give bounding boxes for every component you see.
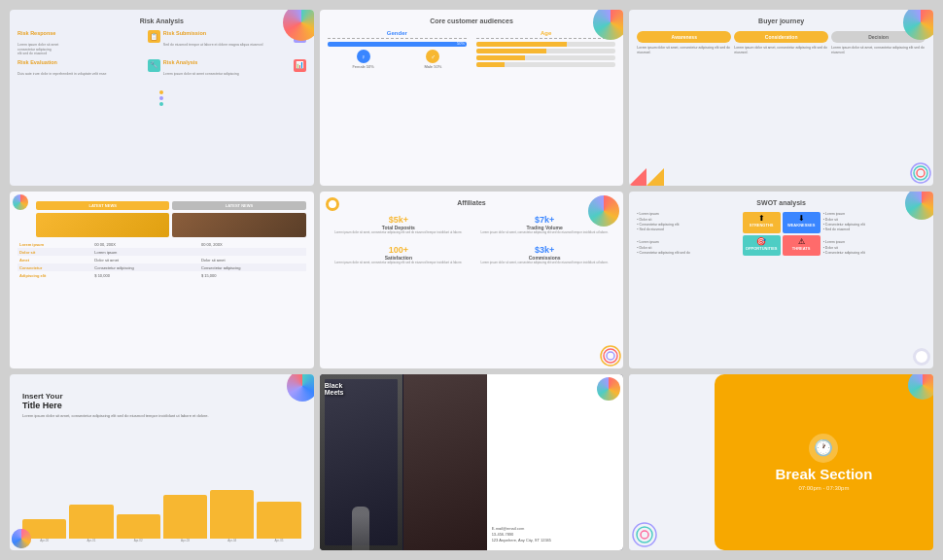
swot-layout: • Lorem ipsum• Dolor sit• Consectetur ad… xyxy=(637,212,926,256)
swot-left-text: • Lorem ipsum• Dolor sit• Consectetur ad… xyxy=(637,212,739,232)
svg-point-4 xyxy=(604,349,617,363)
age-bar-3 xyxy=(476,55,615,60)
gender-title: Gender xyxy=(328,30,467,39)
deco-circle-tr-break xyxy=(908,374,933,400)
deco-circle-tl xyxy=(326,197,339,211)
swot-opportunities: 🎯 OPPORTUNITIES xyxy=(743,235,781,256)
chart-title-line1: Insert Your xyxy=(22,392,306,402)
swot-grid: ⬆ STRENGTHS ⬇ WEAKNESSES 🎯 OPPORTUNITIES… xyxy=(743,212,821,256)
bar-6 xyxy=(257,502,300,539)
risk-items-container: Risk Response 📋 Lorem ipsum dolor sit am… xyxy=(17,30,306,76)
slide-grid: Risk Analysis Risk Response 📋 Lorem ipsu… xyxy=(0,0,943,560)
deco-bottom-left xyxy=(12,529,31,548)
weaknesses-icon: ⬇ xyxy=(785,214,819,223)
break-left-panel xyxy=(629,374,726,550)
photo-panels xyxy=(320,374,487,550)
rings-svg-br xyxy=(600,345,621,367)
swot-threats: ⚠ THREATS xyxy=(783,235,821,256)
age-bar-fill-2 xyxy=(476,49,546,53)
break-title: Break Section xyxy=(775,467,872,483)
male-icon-item: ♂ Male 50% xyxy=(424,50,441,69)
step-awareness: Awareness xyxy=(637,31,731,43)
center-connector xyxy=(159,90,163,106)
chart-title: Insert Your Title Here xyxy=(22,392,306,411)
break-clock-icon: 🕐 xyxy=(809,434,838,463)
age-col: Age xyxy=(476,30,615,69)
threats-label: THREATS xyxy=(785,246,819,251)
row2-col3 xyxy=(199,248,306,256)
gender-percent: 50% xyxy=(328,42,467,47)
break-right-panel: 🕐 Break Section 07:00pm - 07:30pm xyxy=(715,374,933,550)
bar-label-6: Apr-05 xyxy=(257,539,300,542)
bar-label-4: Apr-03 xyxy=(163,539,207,542)
risk-item-3-line: Duis aute irure dolor in reprehenderit i… xyxy=(17,72,160,77)
gender-percent-label: 50% xyxy=(457,41,465,46)
overlay-text-container: Black Meets xyxy=(325,382,344,396)
contact-panel: E-mail@email.com 13-456-7890 123 Anywher… xyxy=(487,374,624,550)
risk-item-3-title: Risk Evaluation xyxy=(17,59,57,65)
photo-right xyxy=(403,374,486,550)
swot-strengths: ⬆ STRENGTHS xyxy=(743,212,781,232)
gender-bar: 50% xyxy=(328,42,467,47)
affiliate-4-value: $3k+ xyxy=(476,245,612,255)
slide-2-title: Core customer audiences xyxy=(328,18,616,24)
risk-item-1-icon: 📋 xyxy=(148,30,160,43)
affiliate-4: $3k+ Commissions Lorem ipsum dolor sit a… xyxy=(473,242,615,268)
male-icon: ♂ xyxy=(426,50,439,63)
risk-item-4-title: Risk Analysis xyxy=(163,59,198,65)
bar-label-2: Apr-01 xyxy=(69,539,113,542)
deco-circle-tr xyxy=(287,374,314,402)
table-row-5: Adipiscing elit $ 10,000 $ 15,000 xyxy=(17,271,306,279)
svg-point-8 xyxy=(641,531,648,539)
affiliate-3-desc: Lorem ipsum dolor sit amet, consectetur … xyxy=(331,262,467,265)
schedule-badges: LATEST NEWS LATEST NEWS xyxy=(17,201,306,210)
affiliate-3: 100+ Satisfaction Lorem ipsum dolor sit … xyxy=(328,242,470,268)
schedule-img-1 xyxy=(36,213,169,237)
risk-item-4: Risk Analysis 📊 Lorem ipsum dolor sit am… xyxy=(163,59,306,77)
deco-tr-multicolor xyxy=(588,195,619,227)
risk-item-1: Risk Response 📋 Lorem ipsum dolor sit am… xyxy=(17,30,160,56)
female-icon: ♀ xyxy=(357,50,370,63)
affiliate-1: $5k+ Total Deposits Lorem ipsum dolor si… xyxy=(328,212,470,238)
row4-col3: Consectetur adipiscing xyxy=(199,263,306,271)
risk-item-3: Risk Evaluation 🔧 Duis aute irure dolor … xyxy=(17,59,160,77)
table-row-2: Dolor sit Lorem ipsum xyxy=(17,248,306,256)
deco-circle-tr xyxy=(597,377,620,401)
deco-circle-tr xyxy=(588,195,619,227)
table-row-1: Lorem ipsum 00 00, 200X 00 00, 200X xyxy=(17,240,306,248)
row1-col1: Lorem ipsum xyxy=(17,240,92,248)
risk-item-1-line3: elit sed do eiusmod xyxy=(17,52,160,56)
risk-item-3-icon: 🔧 xyxy=(148,59,160,72)
contact-phone: 13-456-7890 xyxy=(492,532,619,537)
age-bar-track-3 xyxy=(476,55,615,60)
bar-5 xyxy=(210,490,254,539)
age-bar-track-1 xyxy=(476,42,615,47)
opportunities-label: OPPORTUNITIES xyxy=(745,246,779,251)
contact-address: 123 Anywhere, Any City, ST 12345 xyxy=(492,538,619,542)
bar-4 xyxy=(163,495,207,539)
table-row-4: Consectetur Consectetur adipiscing Conse… xyxy=(17,263,306,271)
deco-circle-bl xyxy=(12,529,31,548)
row4-col2: Consectetur adipiscing xyxy=(92,263,199,271)
step-consideration: Consideration xyxy=(734,31,828,43)
row5-col2: $ 10,000 xyxy=(92,271,199,279)
schedule-images xyxy=(17,213,306,237)
slide-2-audiences: Core customer audiences Gender 50% ♀ Fem… xyxy=(320,10,624,186)
affiliate-1-desc: Lorem ipsum dolor sit amet, consectetur … xyxy=(331,231,467,235)
swot-left-text2: • Lorem ipsum• Dolor sit• Consectetur ad… xyxy=(637,240,739,256)
swot-right-items: • Lorem ipsum• Dolor sit• Consectetur ad… xyxy=(823,212,926,256)
age-bar-4 xyxy=(476,62,615,67)
badge-1: LATEST NEWS xyxy=(36,201,169,210)
female-icon-item: ♀ Female 50% xyxy=(352,50,373,69)
bar-label-5: Apr-04 xyxy=(210,539,254,542)
weaknesses-label: WEAKNESSES xyxy=(785,223,819,228)
female-label: Female 50% xyxy=(352,64,373,69)
audience-columns: Gender 50% ♀ Female 50% ♂ Male 50% xyxy=(328,30,616,69)
schedule-content: LATEST NEWS LATEST NEWS Lorem ipsum 00 0… xyxy=(17,201,306,279)
age-bar-fill-3 xyxy=(476,55,525,60)
risk-item-4-line: Lorem ipsum dolor sit amet consectetur a… xyxy=(163,72,306,77)
gender-col: Gender 50% ♀ Female 50% ♂ Male 50% xyxy=(328,30,467,69)
age-bar-fill-4 xyxy=(476,62,505,67)
strengths-icon: ⬆ xyxy=(745,214,779,223)
slide-8-layout: Black Meets E-mail@email.com 13-456-7890… xyxy=(320,374,624,550)
